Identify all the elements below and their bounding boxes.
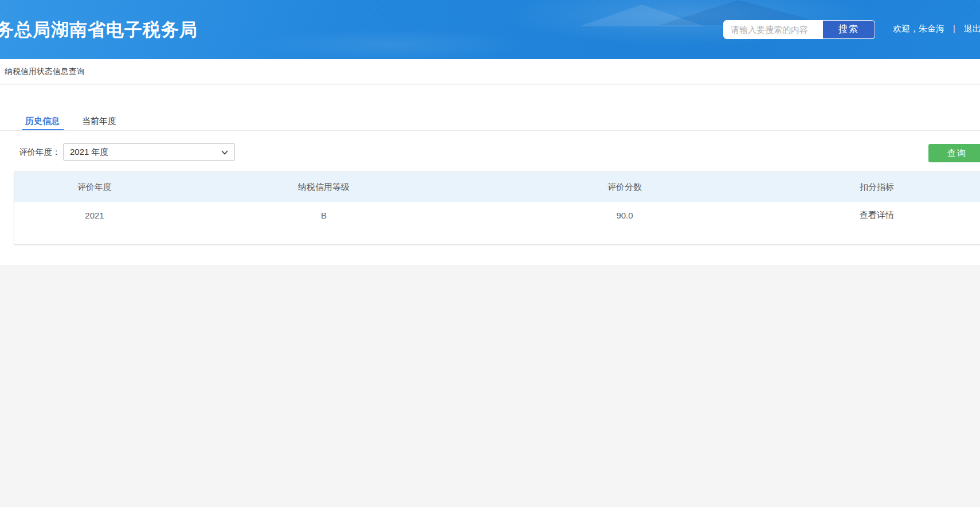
table-header-cell xyxy=(977,172,980,202)
table-cell-credit-level: B xyxy=(175,202,473,228)
table-header-cell: 扣分指标 xyxy=(777,172,977,202)
chevron-down-icon xyxy=(221,149,229,157)
tab-bar-divider xyxy=(0,130,980,131)
table-header-row: 评价年度 纳税信用等级 评价分数 扣分指标 xyxy=(14,172,980,202)
evaluation-year-select[interactable]: 2021 年度 xyxy=(63,143,235,161)
table-header-cell: 纳税信用等级 xyxy=(175,172,473,202)
results-table: 评价年度 纳税信用等级 评价分数 扣分指标 2021 B 90.0 查看详情 xyxy=(14,172,980,228)
evaluation-year-label: 评价年度： xyxy=(19,143,61,161)
app-header: 务总局湖南省电子税务局 搜索 欢迎，朱金海 | 退出 xyxy=(0,0,980,59)
welcome-text: 欢迎，朱金海 xyxy=(893,24,944,34)
page-viewport: 务总局湖南省电子税务局 搜索 欢迎，朱金海 | 退出 纳税信用状态信息查询 历史… xyxy=(0,0,980,507)
breadcrumb: 纳税信用状态信息查询 xyxy=(5,59,85,84)
table-header-cell: 评价分数 xyxy=(473,172,777,202)
results-table-card: 评价年度 纳税信用等级 评价分数 扣分指标 2021 B 90.0 查看详情 xyxy=(14,171,980,245)
table-row: 2021 B 90.0 查看详情 xyxy=(14,202,980,228)
logout-link[interactable]: 退出 xyxy=(964,24,980,34)
selected-year-value: 2021 年度 xyxy=(70,144,109,160)
breadcrumb-bar: 纳税信用状态信息查询 xyxy=(0,59,980,84)
view-details-link[interactable]: 查看详情 xyxy=(860,210,894,220)
app-title: 务总局湖南省电子税务局 xyxy=(0,18,198,42)
header-background-art xyxy=(241,28,539,59)
table-cell-year: 2021 xyxy=(14,202,175,228)
page-bottom-background xyxy=(0,265,980,507)
search-input[interactable] xyxy=(724,21,823,38)
user-separator: | xyxy=(953,24,955,33)
header-search: 搜索 xyxy=(723,20,875,39)
user-area: 欢迎，朱金海 | 退出 xyxy=(893,23,980,34)
search-button[interactable]: 搜索 xyxy=(823,21,875,38)
table-header-cell: 评价年度 xyxy=(14,172,175,202)
table-cell-score: 90.0 xyxy=(473,202,777,228)
main-content: 历史信息 当前年度 评价年度： 2021 年度 查询 评价年度 纳税信用等级 xyxy=(0,85,980,265)
tab-current-year[interactable]: 当前年度 xyxy=(82,116,116,127)
query-button[interactable]: 查询 xyxy=(928,144,980,162)
tab-history-info[interactable]: 历史信息 xyxy=(25,116,60,127)
